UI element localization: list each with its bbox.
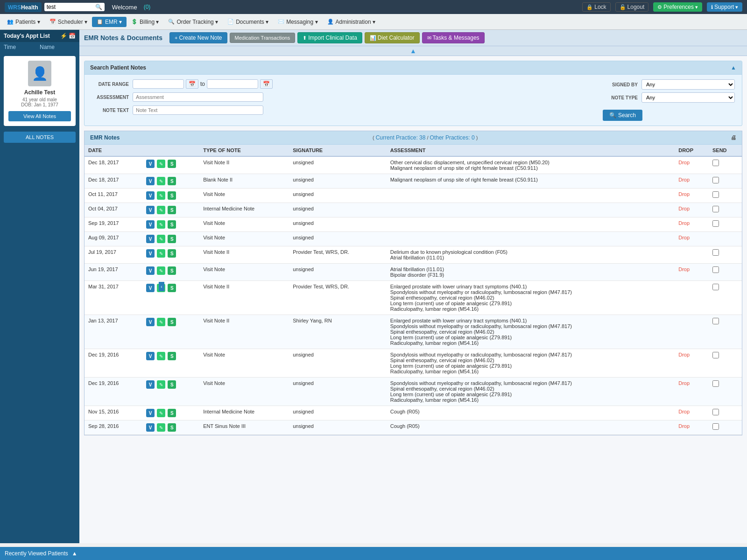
view-icon[interactable]: V [146, 191, 155, 200]
edit-icon[interactable]: ✎ [157, 380, 165, 389]
edit-icon[interactable]: ✎ [157, 177, 165, 185]
send-checkbox[interactable] [712, 160, 719, 166]
edit-icon[interactable]: ✎ [157, 249, 165, 258]
note-text-input[interactable] [133, 105, 263, 115]
sign-icon[interactable]: S [168, 235, 176, 243]
search-box[interactable]: 🔍 [44, 3, 105, 11]
edit-icon[interactable]: ✎ [157, 352, 165, 360]
search-input[interactable] [47, 4, 93, 10]
sign-icon[interactable]: S [168, 318, 176, 326]
send-checkbox[interactable] [712, 380, 719, 387]
view-all-notes-button[interactable]: View All Notes [8, 111, 71, 121]
send-checkbox[interactable] [712, 318, 719, 324]
sign-icon[interactable]: S [168, 206, 176, 214]
view-icon[interactable]: V [146, 423, 155, 432]
view-icon[interactable]: V [146, 380, 155, 389]
sign-icon[interactable]: S [168, 191, 176, 200]
print-icon[interactable]: 🖨 [731, 134, 736, 141]
filter-icon[interactable]: ⚡ 📅 [60, 33, 76, 39]
sign-icon[interactable]: S [168, 284, 176, 292]
send-checkbox[interactable] [712, 352, 719, 358]
sign-icon[interactable]: S [168, 380, 176, 389]
sign-icon[interactable]: S [168, 423, 176, 432]
section-collapse-arrow[interactable]: ▲ [410, 47, 416, 55]
edit-icon[interactable]: ✎ [157, 409, 165, 417]
edit-icon[interactable]: ✎ [157, 266, 165, 275]
view-icon[interactable]: V [146, 318, 155, 326]
send-checkbox[interactable] [712, 220, 719, 227]
sign-icon[interactable]: S [168, 352, 176, 360]
search-button[interactable]: 🔍 Search [603, 110, 642, 121]
view-icon[interactable]: V [146, 266, 155, 275]
nav-billing[interactable]: 💲 Billing ▾ [127, 17, 163, 27]
drop-link[interactable]: Drop [678, 160, 690, 165]
edit-icon[interactable]: ✎ [157, 235, 165, 243]
assessment-input[interactable] [133, 92, 263, 102]
send-checkbox[interactable] [712, 177, 719, 183]
signed-by-select[interactable]: Any [641, 79, 735, 90]
drop-link[interactable]: Drop [678, 206, 690, 211]
note-type-select[interactable]: Any [641, 92, 735, 103]
drop-link[interactable]: Drop [678, 409, 690, 414]
nav-order-tracking[interactable]: 🔍 Order Tracking ▾ [163, 17, 223, 27]
drop-link[interactable]: Drop [678, 235, 690, 240]
send-checkbox[interactable] [712, 284, 719, 290]
send-checkbox[interactable] [712, 249, 719, 256]
send-checkbox[interactable] [712, 409, 719, 415]
sidebar-collapse-button[interactable]: ‹ [159, 282, 164, 291]
date-to-calendar[interactable]: 📅 [260, 79, 273, 89]
send-checkbox[interactable] [712, 206, 719, 212]
view-icon[interactable]: V [146, 177, 155, 185]
date-to-input[interactable] [207, 79, 258, 89]
lock-button[interactable]: 🔒 Lock [582, 2, 610, 12]
nav-patients[interactable]: 👥 Patients ▾ [2, 17, 45, 27]
date-from-calendar[interactable]: 📅 [186, 79, 198, 89]
view-icon[interactable]: V [146, 235, 155, 243]
import-clinical-data-button[interactable]: ⬆ Import Clinical Data [297, 32, 362, 43]
view-icon[interactable]: V [146, 249, 155, 258]
drop-link[interactable]: Drop [678, 423, 690, 429]
edit-icon[interactable]: ✎ [157, 191, 165, 200]
nav-administration[interactable]: 👤 Administration ▾ [323, 17, 380, 27]
send-checkbox[interactable] [712, 266, 719, 273]
drop-link[interactable]: Drop [678, 191, 690, 197]
view-icon[interactable]: V [146, 352, 155, 360]
drop-link[interactable]: Drop [678, 177, 690, 182]
view-icon[interactable]: V [146, 220, 155, 229]
medication-transactions-button[interactable]: Medication Transactions [230, 33, 296, 43]
nav-documents[interactable]: 📄 Documents ▾ [223, 17, 273, 27]
sign-icon[interactable]: S [168, 220, 176, 229]
drop-link[interactable]: Drop [678, 380, 690, 386]
sign-icon[interactable]: S [168, 409, 176, 417]
open-count[interactable]: (0) [144, 4, 151, 10]
view-icon[interactable]: V [146, 409, 155, 417]
logout-button[interactable]: 🔓 Logout [615, 2, 649, 12]
edit-icon[interactable]: ✎ [157, 423, 165, 432]
create-new-note-button[interactable]: + Create New Note [169, 32, 227, 43]
drop-link[interactable]: Drop [678, 266, 690, 272]
edit-icon[interactable]: ✎ [157, 220, 165, 229]
all-notes-button[interactable]: ALL NOTES [4, 132, 76, 143]
date-from-input[interactable] [133, 79, 184, 89]
sign-icon[interactable]: S [168, 160, 176, 168]
sign-icon[interactable]: S [168, 249, 176, 258]
search-collapse-icon[interactable]: ▲ [731, 64, 736, 71]
drop-link[interactable]: Drop [678, 352, 690, 357]
diet-calculator-button[interactable]: 📊 Diet Calculator [365, 32, 420, 43]
view-icon[interactable]: V [146, 160, 155, 168]
nav-scheduler[interactable]: 📅 Scheduler ▾ [45, 17, 92, 27]
nav-emr[interactable]: 📋 EMR ▾ [92, 17, 127, 27]
edit-icon[interactable]: ✎ [157, 318, 165, 326]
view-icon[interactable]: V [146, 206, 155, 214]
edit-icon[interactable]: ✎ [157, 160, 165, 168]
search-icon[interactable]: 🔍 [95, 4, 102, 10]
edit-icon[interactable]: ✎ [157, 206, 165, 214]
nav-messaging[interactable]: ✉️ Messaging ▾ [273, 17, 322, 27]
drop-link[interactable]: Drop [678, 220, 690, 226]
send-checkbox[interactable] [712, 423, 719, 430]
send-checkbox[interactable] [712, 191, 719, 198]
sign-icon[interactable]: S [168, 266, 176, 275]
preferences-button[interactable]: ⚙ Preferences ▾ [653, 2, 702, 12]
sign-icon[interactable]: S [168, 177, 176, 185]
view-icon[interactable]: V [146, 284, 155, 292]
